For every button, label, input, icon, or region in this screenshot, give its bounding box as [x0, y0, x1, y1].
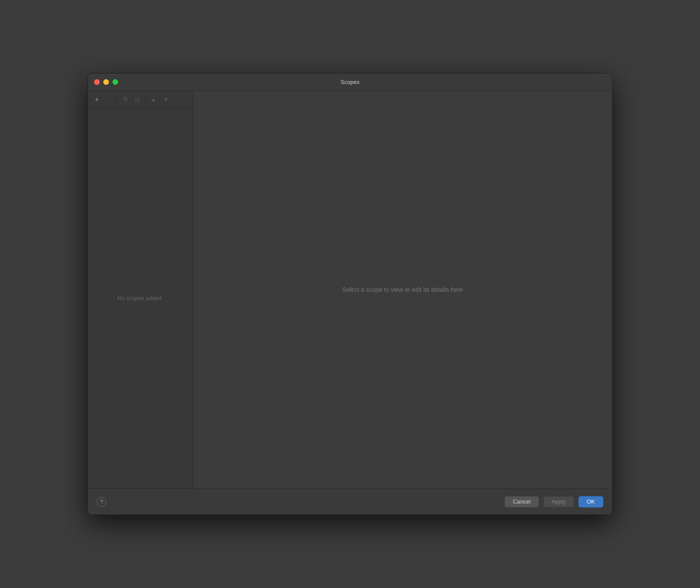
apply-button[interactable]: Apply [543, 496, 574, 508]
no-scopes-label: No scopes added. [117, 295, 163, 301]
main-content: + − ⧉ ⊟ ▲ ▼ No scopes added. Select a sc… [88, 91, 612, 488]
footer-left: ? [97, 497, 106, 507]
remove-scope-button[interactable]: − [104, 94, 114, 105]
add-scope-button[interactable]: + [91, 94, 102, 105]
sidebar-scope-list: No scopes added. [88, 108, 192, 488]
toolbar-separator-2 [145, 96, 146, 103]
footer-buttons: Cancel Apply OK [504, 496, 603, 508]
footer: ? Cancel Apply OK [88, 488, 612, 514]
help-button[interactable]: ? [97, 497, 106, 507]
scope-detail-placeholder: Select a scope to view or edit its detai… [342, 286, 463, 293]
traffic-lights [94, 79, 118, 85]
sidebar-toolbar: + − ⧉ ⊟ ▲ ▼ [88, 91, 192, 108]
close-button[interactable] [94, 79, 100, 85]
toolbar-separator-1 [117, 96, 117, 103]
scopes-window: Scopes + − ⧉ ⊟ ▲ ▼ No scopes added. Sele… [88, 73, 612, 515]
move-up-button[interactable]: ▲ [148, 94, 159, 105]
minimize-button[interactable] [103, 79, 109, 85]
move-down-button[interactable]: ▼ [161, 94, 171, 105]
sidebar: + − ⧉ ⊟ ▲ ▼ No scopes added. [88, 91, 193, 488]
maximize-button[interactable] [112, 79, 118, 85]
save-scope-button[interactable]: ⊟ [132, 94, 143, 105]
ok-button[interactable]: OK [578, 496, 603, 508]
window-title: Scopes [340, 79, 359, 85]
titlebar: Scopes [88, 74, 612, 91]
copy-scope-button[interactable]: ⧉ [120, 94, 130, 105]
cancel-button[interactable]: Cancel [504, 496, 539, 508]
scope-detail-panel: Select a scope to view or edit its detai… [193, 91, 612, 488]
